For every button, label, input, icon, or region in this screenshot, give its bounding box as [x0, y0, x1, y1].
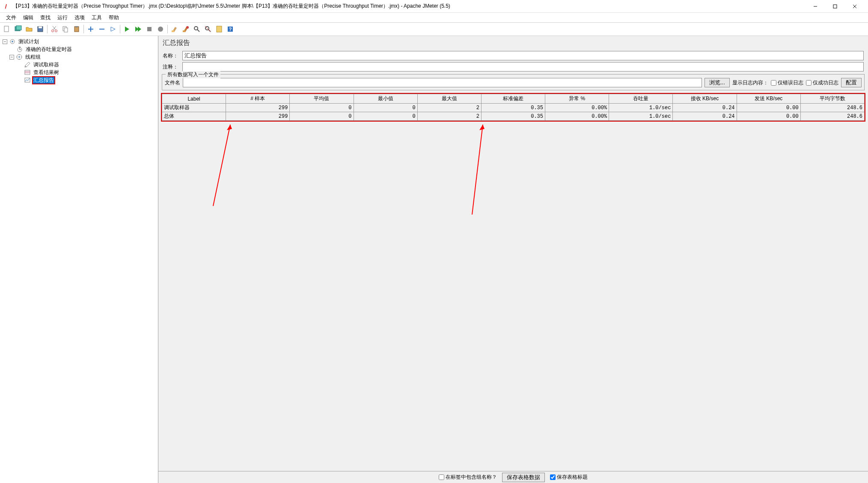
svg-rect-30 — [217, 26, 222, 32]
toggle-icon[interactable] — [108, 24, 118, 34]
menu-search[interactable]: 查找 — [37, 13, 54, 22]
svg-rect-4 — [4, 26, 9, 32]
col-max[interactable]: 最大值 — [417, 94, 481, 104]
tree-label: 线程组 — [24, 54, 42, 61]
svg-rect-22 — [172, 30, 174, 32]
name-label: 名称： — [163, 52, 180, 60]
menu-file[interactable]: 文件 — [3, 13, 20, 22]
filename-label: 文件名 — [165, 79, 180, 86]
copy-icon[interactable] — [60, 24, 71, 34]
file-output-fieldset: 所有数据写入一个文件 文件名 浏览... 显示日志内容： 仅错误日志 仅成功日志… — [162, 74, 865, 90]
menu-run[interactable]: 运行 — [54, 13, 71, 22]
svg-marker-50 — [227, 125, 232, 130]
panel-title: 汇总报告 — [158, 36, 868, 50]
col-error[interactable]: 异常 % — [545, 94, 609, 104]
reset-search-icon[interactable] — [203, 24, 213, 34]
tree-label: 准确的吞吐量定时器 — [25, 46, 73, 53]
svg-line-11 — [53, 26, 56, 30]
table-row[interactable]: 总体 299 0 0 2 0.35 0.00% 1.0/sec 0.24 0.0… — [162, 112, 865, 121]
search-icon[interactable] — [192, 24, 202, 34]
clear-all-icon[interactable] — [181, 24, 191, 34]
svg-marker-52 — [479, 125, 485, 130]
function-helper-icon[interactable] — [214, 24, 224, 34]
collapse-toggle-icon[interactable]: − — [9, 55, 14, 60]
browse-button[interactable]: 浏览... — [705, 78, 730, 87]
tree-item-summary[interactable]: 汇总报告 — [2, 76, 156, 84]
svg-rect-14 — [64, 28, 68, 32]
table-row[interactable]: 调试取样器 299 0 0 2 0.35 0.00% 1.0/sec 0.24 … — [162, 104, 865, 112]
svg-point-25 — [194, 27, 198, 30]
svg-point-40 — [18, 56, 20, 58]
svg-line-12 — [53, 26, 56, 30]
open-icon[interactable] — [24, 24, 34, 34]
menubar: 文件 编辑 查找 运行 选项 工具 帮助 — [0, 13, 868, 22]
start-icon[interactable] — [122, 24, 132, 34]
menu-tools[interactable]: 工具 — [88, 13, 105, 22]
tree-item-resulttree[interactable]: 查看结果树 — [2, 69, 156, 76]
expand-icon[interactable] — [86, 24, 96, 34]
tree-label: 查看结果树 — [33, 69, 60, 76]
svg-rect-6 — [16, 26, 21, 30]
maximize-button[interactable] — [825, 0, 845, 13]
paste-icon[interactable] — [71, 24, 82, 34]
bottom-bar: 在标签中包含组名称？ 保存表格数据 保存表格标题 — [158, 471, 868, 483]
col-label[interactable]: Label — [162, 94, 226, 104]
svg-point-21 — [158, 27, 163, 32]
col-throughput[interactable]: 吞吐量 — [609, 94, 673, 104]
new-icon[interactable] — [2, 24, 12, 34]
save-icon[interactable] — [35, 24, 45, 34]
col-stddev[interactable]: 标准偏差 — [481, 94, 545, 104]
col-recv[interactable]: 接收 KB/sec — [673, 94, 737, 104]
fieldset-legend: 所有数据写入一个文件 — [166, 71, 220, 78]
summary-report-icon — [24, 77, 31, 83]
name-input[interactable] — [182, 51, 864, 60]
svg-line-51 — [472, 125, 483, 215]
svg-text:?: ? — [229, 27, 232, 32]
save-header-checkbox[interactable]: 保存表格标题 — [550, 474, 588, 481]
tree-root[interactable]: − 测试计划 — [2, 38, 156, 45]
app-icon — [3, 3, 10, 10]
menu-help[interactable]: 帮助 — [105, 13, 122, 22]
save-table-button[interactable]: 保存表格数据 — [502, 473, 545, 482]
stop-icon[interactable] — [144, 24, 155, 34]
collapse-icon[interactable] — [97, 24, 107, 34]
tree-item-timer[interactable]: 准确的吞吐量定时器 — [2, 45, 156, 53]
titlebar: 【P13】准确的吞吐量定时器（Precise Throughput Timer）… — [0, 0, 868, 13]
svg-point-10 — [55, 30, 57, 32]
tree-panel[interactable]: − 测试计划 准确的吞吐量定时器 − 线程组 调试取样器 — [0, 36, 158, 483]
detail-panel: 汇总报告 名称： 注释： 所有数据写入一个文件 文件名 浏览... 显示日志内容… — [158, 36, 868, 483]
include-group-checkbox[interactable]: 在标签中包含组名称？ — [439, 474, 497, 481]
help-icon[interactable]: ? — [225, 24, 235, 34]
results-table[interactable]: Label # 样本 平均值 最小值 最大值 标准偏差 异常 % 吞吐量 接收 … — [162, 94, 865, 121]
success-only-checkbox[interactable]: 仅成功日志 — [806, 79, 838, 86]
start-no-pause-icon[interactable] — [133, 24, 143, 34]
col-bytes[interactable]: 平均字节数 — [800, 94, 864, 104]
collapse-toggle-icon[interactable]: − — [3, 39, 7, 44]
col-avg[interactable]: 平均值 — [290, 94, 354, 104]
col-samples[interactable]: # 样本 — [226, 94, 290, 104]
annotation-arrow-icon — [468, 122, 489, 217]
tree-item-threadgroup[interactable]: − 线程组 — [2, 53, 156, 61]
minimize-button[interactable] — [806, 0, 825, 13]
cut-icon[interactable] — [49, 24, 59, 34]
testplan-icon — [9, 38, 16, 45]
log-display-label: 显示日志内容： — [732, 79, 768, 86]
filename-input[interactable] — [183, 78, 702, 87]
col-min[interactable]: 最小值 — [354, 94, 417, 104]
configure-button[interactable]: 配置 — [841, 78, 862, 87]
col-sent[interactable]: 发送 KB/sec — [737, 94, 800, 104]
templates-icon[interactable] — [13, 24, 23, 34]
clear-icon[interactable] — [169, 24, 180, 34]
tree-item-sampler[interactable]: 调试取样器 — [2, 61, 156, 69]
comment-input[interactable] — [182, 62, 864, 72]
close-button[interactable] — [845, 0, 865, 13]
menu-options[interactable]: 选项 — [71, 13, 88, 22]
menu-edit[interactable]: 编辑 — [20, 13, 37, 22]
threadgroup-icon — [16, 54, 23, 60]
empty-area — [162, 122, 865, 471]
shutdown-icon[interactable] — [155, 24, 166, 34]
tree-label-selected: 汇总报告 — [33, 77, 55, 84]
results-tree-icon — [24, 69, 31, 76]
annotation-arrow-icon — [209, 122, 235, 208]
errors-only-checkbox[interactable]: 仅错误日志 — [771, 79, 803, 86]
